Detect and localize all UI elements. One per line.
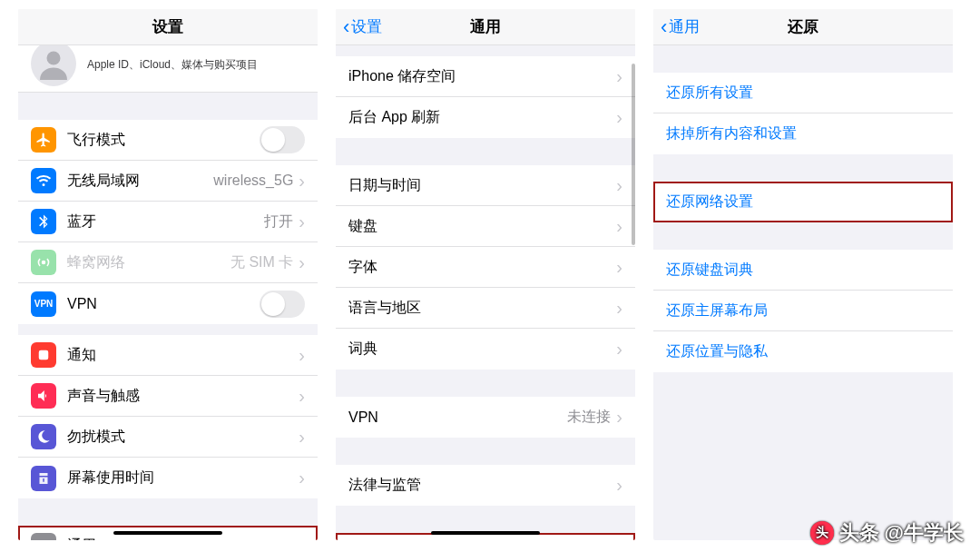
page-title: 还原 <box>788 16 818 37</box>
label: 通用 <box>67 537 299 541</box>
vpn-icon: VPN <box>31 291 56 317</box>
label: 还原所有设置 <box>666 84 940 103</box>
chevron-left-icon: ‹ <box>661 17 667 37</box>
row-airplane[interactable]: 飞行模式 <box>18 120 318 161</box>
content: 还原所有设置 抹掉所有内容和设置 还原网络设置 还原键盘词典 还原主屏幕布局 还… <box>653 45 953 540</box>
row-dnd[interactable]: 勿扰模式 › <box>18 417 318 458</box>
chevron-right-icon: › <box>616 107 622 128</box>
cellular-icon <box>31 250 56 275</box>
value: 打开 <box>264 212 293 232</box>
back-label: 设置 <box>351 16 382 37</box>
chevron-right-icon: › <box>299 536 305 541</box>
row-erase[interactable]: 抹掉所有内容和设置 <box>653 113 953 154</box>
label: 字体 <box>348 258 616 277</box>
svg-point-0 <box>47 51 61 64</box>
label: 屏幕使用时间 <box>67 468 299 488</box>
row-reset-home[interactable]: 还原主屏幕布局 <box>653 291 953 331</box>
watermark-prefix: 头条 <box>839 519 879 547</box>
label: 飞行模式 <box>67 131 260 150</box>
watermark-logo-icon: 头 <box>810 521 834 545</box>
label: 还原键盘词典 <box>666 261 940 280</box>
svg-point-1 <box>42 261 46 265</box>
row-reset-network[interactable]: 还原网络设置 <box>653 182 953 222</box>
screentime-icon <box>31 466 56 491</box>
label: 后台 App 刷新 <box>348 108 616 127</box>
label: 蓝牙 <box>67 212 264 232</box>
row-reset-location[interactable]: 还原位置与隐私 <box>653 331 953 372</box>
content: iPhone 储存空间 › 后台 App 刷新 › 日期与时间 › 键盘 › 字… <box>336 45 635 540</box>
dnd-icon <box>31 424 56 449</box>
label: 词典 <box>348 340 616 359</box>
chevron-right-icon: › <box>616 66 622 87</box>
watermark-handle: @牛学长 <box>885 519 964 547</box>
chevron-right-icon: › <box>616 475 622 496</box>
row-wifi[interactable]: 无线局域网 wireless_5G › <box>18 161 318 202</box>
row-reset-all[interactable]: 还原所有设置 <box>653 73 953 113</box>
chevron-right-icon: › <box>299 386 305 407</box>
chevron-right-icon: › <box>616 175 622 196</box>
nav-bar: ‹ 设置 通用 <box>336 9 635 45</box>
value: wireless_5G <box>213 172 293 189</box>
row-fonts[interactable]: 字体 › <box>336 247 635 288</box>
label: 声音与触感 <box>67 387 299 406</box>
page-title: 设置 <box>152 16 183 37</box>
row-notifications[interactable]: 通知 › <box>18 335 318 376</box>
nav-bar: 设置 <box>18 9 318 45</box>
chevron-right-icon: › <box>616 339 622 360</box>
label: 日期与时间 <box>348 176 616 195</box>
back-button[interactable]: ‹ 通用 <box>661 9 700 44</box>
gear-icon <box>31 533 56 540</box>
label: VPN <box>348 409 567 426</box>
screen-reset: ‹ 通用 还原 还原所有设置 抹掉所有内容和设置 还原网络设置 还原键盘词典 <box>653 9 953 540</box>
row-vpn2[interactable]: VPN 未连接 › <box>336 397 635 438</box>
row-keyboard[interactable]: 键盘 › <box>336 206 635 247</box>
airplane-icon <box>31 127 56 153</box>
row-datetime[interactable]: 日期与时间 › <box>336 165 635 206</box>
row-lang[interactable]: 语言与地区 › <box>336 288 635 329</box>
watermark: 头 头条 @牛学长 <box>810 519 964 547</box>
chevron-right-icon: › <box>299 345 305 366</box>
row-dict[interactable]: 词典 › <box>336 329 635 370</box>
apple-id-row[interactable]: Apple ID、iCloud、媒体与购买项目 <box>18 45 318 93</box>
row-sound[interactable]: 声音与触感 › <box>18 376 318 417</box>
nav-bar: ‹ 通用 还原 <box>653 9 953 45</box>
row-bluetooth[interactable]: 蓝牙 打开 › <box>18 202 318 242</box>
label: 蜂窝网络 <box>67 253 230 272</box>
label: iPhone 储存空间 <box>348 67 616 86</box>
row-reset-keyboard[interactable]: 还原键盘词典 <box>653 250 953 291</box>
chevron-left-icon: ‹ <box>343 17 349 37</box>
bluetooth-icon <box>31 209 56 234</box>
chevron-right-icon: › <box>299 427 305 448</box>
value: 未连接 <box>567 408 611 427</box>
row-cellular[interactable]: 蜂窝网络 无 SIM 卡 › <box>18 242 318 283</box>
label: 语言与地区 <box>348 299 616 318</box>
chevron-right-icon: › <box>299 468 305 488</box>
back-label: 通用 <box>669 16 700 37</box>
chevron-right-icon: › <box>299 252 305 273</box>
label: 键盘 <box>348 217 616 236</box>
home-indicator[interactable] <box>431 531 540 535</box>
scrollbar[interactable] <box>632 64 635 245</box>
screen-general: ‹ 设置 通用 iPhone 储存空间 › 后台 App 刷新 › 日期与时间 … <box>336 9 635 540</box>
row-screentime[interactable]: 屏幕使用时间 › <box>18 458 318 498</box>
chevron-right-icon: › <box>299 171 305 192</box>
notifications-icon <box>31 342 56 368</box>
chevron-right-icon: › <box>299 212 305 232</box>
apple-id-sub: Apple ID、iCloud、媒体与购买项目 <box>87 57 258 73</box>
chevron-right-icon: › <box>616 298 622 319</box>
chevron-right-icon: › <box>616 407 622 428</box>
back-button[interactable]: ‹ 设置 <box>343 9 382 44</box>
label: 法律与监管 <box>348 476 616 495</box>
label: 无线局域网 <box>67 172 213 191</box>
label: 通知 <box>67 346 299 365</box>
row-refresh[interactable]: 后台 App 刷新 › <box>336 97 635 138</box>
row-storage[interactable]: iPhone 储存空间 › <box>336 56 635 97</box>
row-legal[interactable]: 法律与监管 › <box>336 465 635 506</box>
vpn-toggle[interactable] <box>260 291 305 318</box>
avatar-icon <box>31 45 76 86</box>
row-vpn[interactable]: VPN VPN <box>18 283 318 324</box>
airplane-toggle[interactable] <box>260 126 305 153</box>
page-title: 通用 <box>470 16 501 37</box>
wifi-icon <box>31 168 56 193</box>
home-indicator[interactable] <box>113 531 222 535</box>
